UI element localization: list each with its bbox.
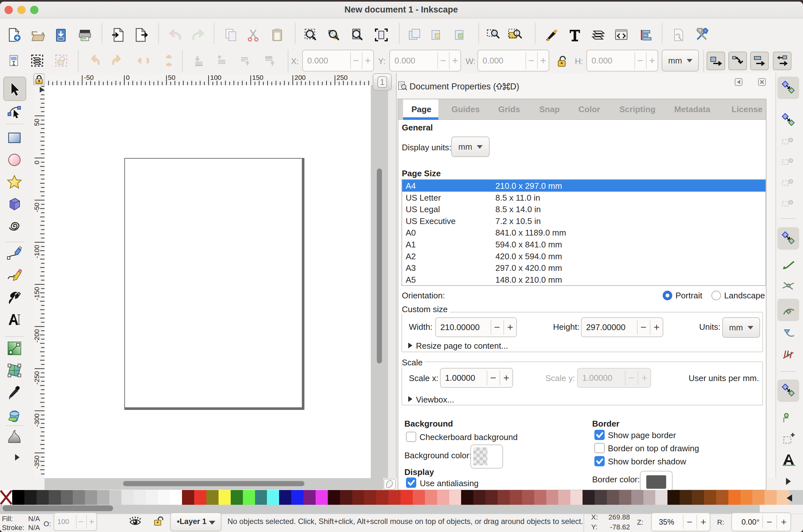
svg-text:-50: -50 [34, 203, 40, 212]
svg-text:50: 50 [34, 118, 40, 126]
svg-text:-100: -100 [34, 245, 40, 258]
svg-text:-200: -200 [34, 329, 40, 343]
svg-text:150: 150 [252, 74, 263, 81]
svg-text:100: 100 [210, 74, 222, 81]
svg-text:-250: -250 [34, 371, 40, 384]
svg-text:-150: -150 [34, 287, 40, 300]
svg-text:250: 250 [337, 74, 348, 81]
svg-text:-300: -300 [34, 414, 40, 427]
svg-text:200: 200 [294, 74, 306, 81]
svg-text:-50: -50 [84, 74, 94, 81]
svg-text:0: 0 [34, 160, 40, 165]
svg-text:50: 50 [168, 74, 175, 81]
svg-text:0: 0 [126, 74, 130, 81]
svg-text:-350: -350 [34, 455, 40, 469]
